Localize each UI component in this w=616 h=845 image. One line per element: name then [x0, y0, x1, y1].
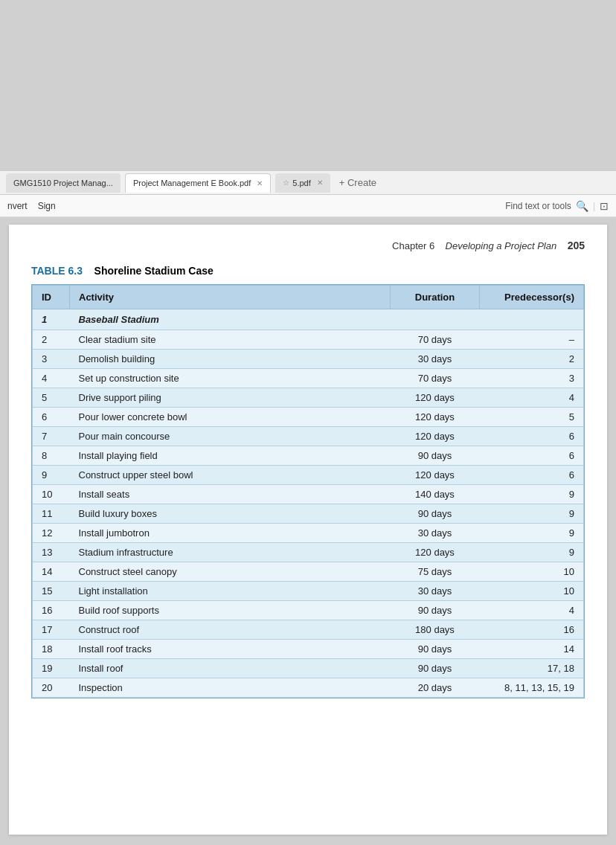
tab-label: 5.pdf — [292, 179, 310, 187]
table-row: 19 Install roof 90 days 17, 18 — [33, 659, 584, 678]
table-name: Shoreline Stadium Case — [94, 265, 214, 277]
table-row: 11 Build luxury boxes 90 days 9 — [33, 504, 584, 524]
table-number: TABLE 6.3 — [31, 265, 83, 277]
cell-duration: 120 days — [391, 408, 480, 427]
cell-predecessors: 2 — [480, 350, 584, 369]
table-row: 9 Construct upper steel bowl 120 days 6 — [33, 466, 584, 485]
cell-activity: Baseball Stadium — [70, 309, 584, 330]
cell-predecessors: 4 — [480, 388, 584, 408]
create-label: Create — [347, 177, 376, 188]
cell-duration: 90 days — [391, 504, 480, 524]
chapter-number: Chapter 6 — [392, 240, 434, 251]
cell-predecessors: 9 — [480, 485, 584, 504]
toolbar-extra-icon[interactable]: ⊡ — [600, 200, 609, 212]
cell-activity: Pour lower concrete bowl — [70, 408, 391, 427]
toolbar-right: Find text or tools 🔍 | ⊡ — [505, 200, 609, 212]
cell-activity: Build roof supports — [70, 601, 391, 620]
cell-duration: 140 days — [391, 485, 480, 504]
table-container: ID Activity Duration Predecessor(s) 1 Ba… — [31, 284, 585, 698]
search-icon[interactable]: 🔍 — [576, 200, 588, 212]
cell-activity: Construct roof — [70, 620, 391, 640]
cell-activity: Install playing field — [70, 446, 391, 466]
table-row: 1 Baseball Stadium — [33, 309, 584, 330]
cell-duration: 20 days — [391, 678, 480, 698]
cell-id: 7 — [33, 427, 70, 446]
cell-id: 11 — [33, 504, 70, 524]
cell-predecessors: 6 — [480, 466, 584, 485]
table-row: 10 Install seats 140 days 9 — [33, 485, 584, 504]
new-tab-button[interactable]: + Create — [335, 177, 381, 188]
cell-duration: 90 days — [391, 446, 480, 466]
table-row: 20 Inspection 20 days 8, 11, 13, 15, 19 — [33, 678, 584, 698]
tab-project-mgmt[interactable]: Project Management E Book.pdf ✕ — [125, 173, 271, 193]
toolbar-left: nvert Sign — [7, 201, 56, 211]
cell-id: 4 — [33, 369, 70, 388]
cell-duration: 90 days — [391, 640, 480, 659]
cell-id: 14 — [33, 562, 70, 582]
cell-activity: Install roof tracks — [70, 640, 391, 659]
cell-duration: 30 days — [391, 582, 480, 601]
convert-button[interactable]: nvert — [7, 201, 28, 211]
tab-5pdf[interactable]: ☆ 5.pdf ✕ — [275, 173, 330, 193]
cell-id: 12 — [33, 524, 70, 543]
cell-id: 10 — [33, 485, 70, 504]
cell-id: 6 — [33, 408, 70, 427]
tab-close-icon[interactable]: ✕ — [257, 179, 263, 187]
cell-activity: Drive support piling — [70, 388, 391, 408]
tab-close-icon[interactable]: ✕ — [317, 179, 323, 187]
cell-duration: 120 days — [391, 388, 480, 408]
cell-predecessors: 17, 18 — [480, 659, 584, 678]
table-row: 13 Stadium infrastructure 120 days 9 — [33, 543, 584, 562]
cell-id: 20 — [33, 678, 70, 698]
cell-predecessors: – — [480, 330, 584, 350]
cell-predecessors: 8, 11, 13, 15, 19 — [480, 678, 584, 698]
col-header-activity: Activity — [70, 286, 391, 309]
cell-duration: 120 days — [391, 543, 480, 562]
table-row: 6 Pour lower concrete bowl 120 days 5 — [33, 408, 584, 427]
cell-activity: Build luxury boxes — [70, 504, 391, 524]
cell-predecessors: 4 — [480, 601, 584, 620]
cell-id: 8 — [33, 446, 70, 466]
cell-activity: Construct upper steel bowl — [70, 466, 391, 485]
table-row: 4 Set up construction site 70 days 3 — [33, 369, 584, 388]
chapter-title: Developing a Project Plan — [446, 240, 557, 251]
cell-predecessors: 16 — [480, 620, 584, 640]
table-row: 14 Construct steel canopy 75 days 10 — [33, 562, 584, 582]
col-header-predecessors: Predecessor(s) — [480, 286, 584, 309]
cell-id: 9 — [33, 466, 70, 485]
cell-activity: Install roof — [70, 659, 391, 678]
table-row: 17 Construct roof 180 days 16 — [33, 620, 584, 640]
star-icon: ☆ — [283, 179, 289, 187]
top-gray-area — [0, 0, 616, 171]
page-number: 205 — [568, 240, 585, 251]
table-title: TABLE 6.3 Shoreline Stadium Case — [31, 265, 585, 277]
cell-duration: 90 days — [391, 601, 480, 620]
find-text-label[interactable]: Find text or tools — [505, 201, 571, 211]
cell-predecessors: 10 — [480, 582, 584, 601]
cell-id: 2 — [33, 330, 70, 350]
table-row: 7 Pour main concourse 120 days 6 — [33, 427, 584, 446]
table-header-row: ID Activity Duration Predecessor(s) — [33, 286, 584, 309]
table-row: 12 Install jumbotron 30 days 9 — [33, 524, 584, 543]
stadium-table: ID Activity Duration Predecessor(s) 1 Ba… — [32, 285, 584, 698]
table-row: 2 Clear stadium site 70 days – — [33, 330, 584, 350]
cell-activity: Install jumbotron — [70, 524, 391, 543]
browser-bar: GMG1510 Project Manag... Project Managem… — [0, 171, 616, 195]
cell-activity: Clear stadium site — [70, 330, 391, 350]
cell-id: 16 — [33, 601, 70, 620]
cell-predecessors: 3 — [480, 369, 584, 388]
tab-gmg[interactable]: GMG1510 Project Manag... — [6, 173, 121, 193]
cell-predecessors: 10 — [480, 562, 584, 582]
sign-button[interactable]: Sign — [38, 201, 56, 211]
cell-duration: 30 days — [391, 524, 480, 543]
cell-activity: Demolish building — [70, 350, 391, 369]
table-row: 5 Drive support piling 120 days 4 — [33, 388, 584, 408]
cell-id: 13 — [33, 543, 70, 562]
tab-label: Project Management E Book.pdf — [133, 179, 251, 187]
cell-id: 1 — [33, 309, 70, 330]
cell-id: 18 — [33, 640, 70, 659]
cell-predecessors: 14 — [480, 640, 584, 659]
cell-id: 15 — [33, 582, 70, 601]
table-row: 15 Light installation 30 days 10 — [33, 582, 584, 601]
cell-id: 5 — [33, 388, 70, 408]
